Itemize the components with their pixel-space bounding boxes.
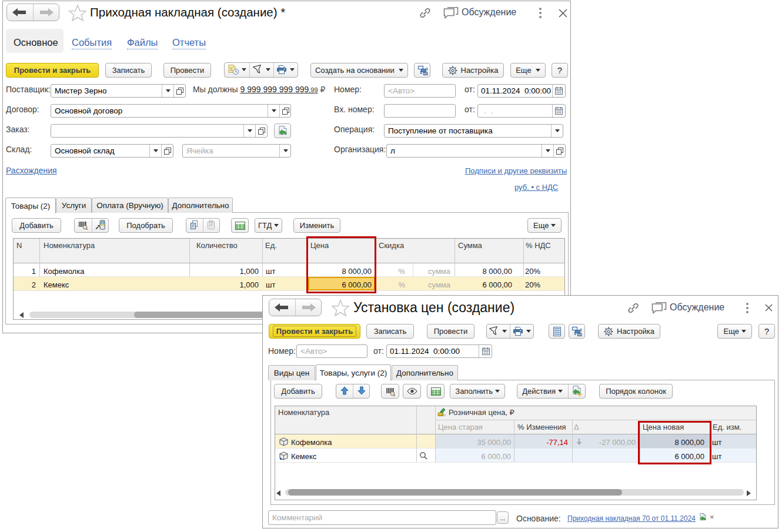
svg-text:1.00: 1.00 — [439, 413, 444, 416]
